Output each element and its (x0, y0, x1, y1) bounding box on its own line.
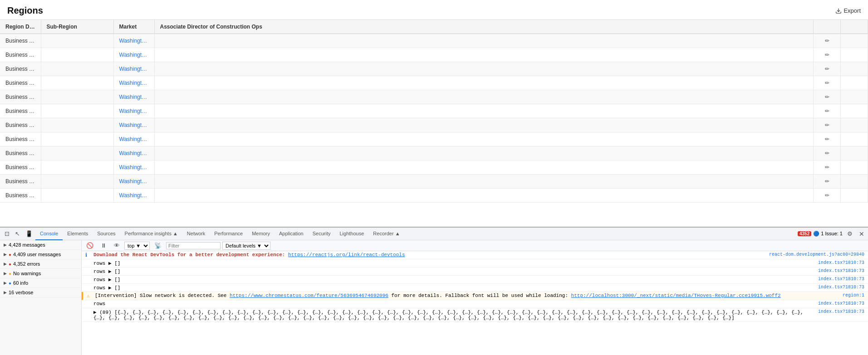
edit-icon[interactable]: ✏ (814, 76, 841, 90)
cell-market: Washington ... (113, 132, 154, 146)
sidebar-item[interactable]: ▶●60 info (0, 278, 81, 288)
devtools-device-button[interactable]: 📱 (23, 229, 35, 238)
cell-director (154, 76, 814, 90)
edit-icon[interactable]: ✏ (814, 160, 841, 175)
cell-subregion (41, 132, 113, 146)
context-select[interactable]: top ▼ (124, 242, 150, 250)
show-network-button[interactable]: 📡 (152, 241, 164, 250)
devtools-tabs: ConsoleElementsSourcesPerformance insigh… (35, 228, 405, 240)
console-source[interactable]: index.tsx?1810:73 (818, 277, 864, 282)
edit-icon[interactable]: ✏ (814, 48, 841, 62)
edit-icon[interactable]: ✏ (814, 104, 841, 118)
cell-region: Business Parks (0, 146, 41, 160)
cell-subregion (41, 62, 113, 76)
cell-market: Washington ... (113, 48, 154, 62)
cell-extra (841, 146, 868, 160)
console-source[interactable]: index.tsx?1810:73 (818, 309, 864, 314)
cell-region: Business Parks (0, 175, 41, 189)
table-row: Business ParksWashington ...✏ (0, 175, 868, 189)
console-link[interactable]: https://www.chromestatus.com/feature/563… (230, 293, 388, 298)
cell-director (154, 62, 814, 76)
console-source[interactable]: react-dom.development.js?ac80=29840 (769, 252, 864, 257)
devtools-tab-sources[interactable]: Sources (93, 228, 120, 240)
triangle-icon: ▶ (4, 252, 7, 257)
col-market[interactable]: Market (113, 20, 154, 34)
console-source[interactable]: region:1 (843, 293, 864, 298)
console-source[interactable]: index.tsx?1810:73 (818, 260, 864, 265)
devtools-tab-application[interactable]: Application (275, 228, 308, 240)
error-count-badge: 4352 (798, 231, 811, 236)
clear-console-button[interactable]: 🚫 (83, 241, 96, 250)
console-source[interactable]: index.tsx?1810:73 (818, 285, 864, 290)
level-select[interactable]: Default levels ▼ (222, 242, 270, 250)
devtools-tab-recorder--[interactable]: Recorder ▲ (368, 228, 404, 240)
eye-button[interactable]: 👁 (111, 241, 123, 250)
cell-market: Washington ... (113, 189, 154, 203)
devtools-tab-performance-insights--[interactable]: Performance insights ▲ (120, 228, 182, 240)
table-row: Business ParksWashington ...✏ (0, 104, 868, 118)
edit-icon[interactable]: ✏ (814, 175, 841, 189)
edit-icon[interactable]: ✏ (814, 90, 841, 104)
console-row: rows ▶ []index.tsx?1810:73 (82, 284, 868, 292)
settings-button[interactable]: ⚙ (844, 229, 855, 238)
sidebar-item[interactable]: ▶●No warnings (0, 269, 81, 278)
console-source[interactable]: index.tsx?1810:73 (818, 268, 864, 273)
sidebar-item[interactable]: ▶4,428 messages (0, 240, 81, 250)
cell-extra (841, 189, 868, 203)
col-director[interactable]: Associate Director of Construction Ops (154, 20, 814, 34)
edit-icon[interactable]: ✏ (814, 118, 841, 132)
col-subregion[interactable]: Sub-Region (41, 20, 113, 34)
page-header: Regions Export (0, 0, 868, 20)
table-row: Business ParksWashington ...✏ (0, 48, 868, 62)
devtools-tab-security[interactable]: Security (308, 228, 335, 240)
edit-icon[interactable]: ✏ (814, 189, 841, 203)
cell-market: Washington ... (113, 118, 154, 132)
sidebar-item[interactable]: ▶16 verbose (0, 288, 81, 297)
sidebar-item[interactable]: ▶●4,352 errors (0, 259, 81, 269)
console-source[interactable]: index.tsx?1810:73 (818, 301, 864, 306)
edit-icon[interactable]: ✏ (814, 132, 841, 146)
cell-market: Washington ... (113, 175, 154, 189)
edit-icon[interactable]: ✏ (814, 62, 841, 76)
table-row: Business ParksWashington ...✏ (0, 34, 868, 48)
edit-icon[interactable]: ✏ (814, 34, 841, 48)
cell-extra (841, 90, 868, 104)
export-icon (835, 8, 842, 14)
export-button[interactable]: Export (835, 7, 861, 14)
devtools-tab-performance[interactable]: Performance (210, 228, 247, 240)
devtools-tab-memory[interactable]: Memory (247, 228, 275, 240)
devtools-inspect-button[interactable]: ↖ (12, 229, 23, 238)
cell-region: Business Parks (0, 160, 41, 175)
pause-on-exceptions-button[interactable]: ⏸ (98, 241, 109, 250)
close-devtools-button[interactable]: ✕ (857, 230, 866, 238)
console-message-text: rows (93, 301, 814, 306)
devtools-tab-elements[interactable]: Elements (63, 228, 93, 240)
cell-market: Washington ... (113, 34, 154, 48)
console-row: rows ▶ []index.tsx?1810:73 (82, 259, 868, 267)
console-filter-input[interactable] (166, 242, 221, 249)
console-body: ▶4,428 messages▶●4,409 user messages▶●4,… (0, 240, 868, 355)
cell-market: Washington ... (113, 90, 154, 104)
devtools-tab-network[interactable]: Network (182, 228, 210, 240)
console-right-panel: 🚫 ⏸ 👁 top ▼ 📡 Default levels ▼ ℹDownload… (82, 240, 868, 355)
devtools-dock-button[interactable]: ⊡ (2, 229, 12, 238)
cell-extra (841, 48, 868, 62)
cell-region: Business Parks (0, 189, 41, 203)
sidebar-item[interactable]: ▶●4,409 user messages (0, 250, 81, 259)
cell-director (154, 118, 814, 132)
col-region[interactable]: Region Di... (0, 20, 41, 34)
table-row: Business ParksWashington ...✏ (0, 189, 868, 203)
triangle-icon: ▶ (4, 243, 7, 247)
devtools-tab-console[interactable]: Console (35, 228, 63, 240)
cell-extra (841, 175, 868, 189)
devtools-panel: ⊡ ↖ 📱 ConsoleElementsSourcesPerformance … (0, 227, 868, 355)
console-message-text: Download the React DevTools for a better… (93, 252, 765, 258)
cell-subregion (41, 34, 113, 48)
edit-icon[interactable]: ✏ (814, 146, 841, 160)
console-toolbar: 🚫 ⏸ 👁 top ▼ 📡 Default levels ▼ (82, 240, 868, 251)
cell-market: Washington ... (113, 146, 154, 160)
console-link2[interactable]: http://localhost:3000/_next/static/media… (571, 293, 781, 298)
console-link[interactable]: https://reactjs.org/link/react-devtools (288, 252, 405, 258)
cell-director (154, 160, 814, 175)
devtools-tab-lighthouse[interactable]: Lighthouse (335, 228, 369, 240)
